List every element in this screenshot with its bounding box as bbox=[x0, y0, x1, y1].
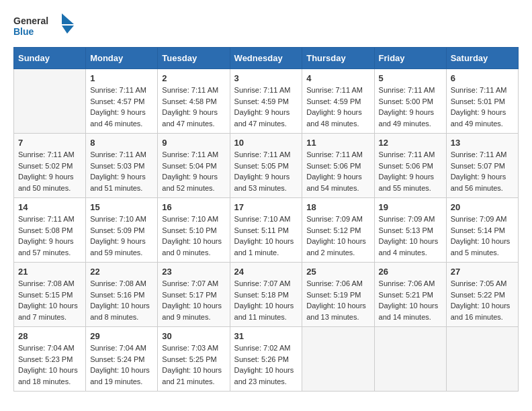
calendar-cell: 2Sunrise: 7:11 AM Sunset: 4:58 PM Daylig… bbox=[158, 69, 230, 134]
day-info: Sunrise: 7:11 AM Sunset: 5:00 PM Dayligh… bbox=[379, 85, 442, 129]
calendar-cell: 8Sunrise: 7:11 AM Sunset: 5:03 PM Daylig… bbox=[86, 134, 158, 198]
calendar-cell: 18Sunrise: 7:09 AM Sunset: 5:12 PM Dayli… bbox=[302, 198, 374, 263]
day-number: 30 bbox=[162, 331, 225, 341]
day-info: Sunrise: 7:11 AM Sunset: 5:08 PM Dayligh… bbox=[18, 214, 81, 258]
day-number: 10 bbox=[234, 138, 298, 148]
day-number: 21 bbox=[18, 267, 81, 277]
calendar-cell: 31Sunrise: 7:02 AM Sunset: 5:26 PM Dayli… bbox=[230, 327, 302, 392]
day-info: Sunrise: 7:11 AM Sunset: 5:01 PM Dayligh… bbox=[451, 85, 514, 129]
header-day-thursday: Thursday bbox=[302, 48, 374, 69]
calendar-cell: 17Sunrise: 7:10 AM Sunset: 5:11 PM Dayli… bbox=[230, 198, 302, 263]
week-row-2: 7Sunrise: 7:11 AM Sunset: 5:02 PM Daylig… bbox=[14, 134, 519, 198]
day-number: 4 bbox=[306, 73, 369, 83]
day-number: 23 bbox=[162, 267, 225, 277]
header-day-tuesday: Tuesday bbox=[158, 48, 230, 69]
svg-text:Blue: Blue bbox=[13, 26, 34, 37]
calendar-cell: 5Sunrise: 7:11 AM Sunset: 5:00 PM Daylig… bbox=[374, 69, 446, 134]
calendar-cell: 6Sunrise: 7:11 AM Sunset: 5:01 PM Daylig… bbox=[446, 69, 518, 134]
calendar-cell: 24Sunrise: 7:07 AM Sunset: 5:18 PM Dayli… bbox=[230, 263, 302, 327]
day-info: Sunrise: 7:11 AM Sunset: 5:04 PM Dayligh… bbox=[162, 149, 225, 193]
calendar-cell bbox=[302, 327, 374, 392]
calendar-table: SundayMondayTuesdayWednesdayThursdayFrid… bbox=[13, 47, 519, 392]
day-number: 1 bbox=[90, 73, 153, 83]
week-row-1: 1Sunrise: 7:11 AM Sunset: 4:57 PM Daylig… bbox=[14, 69, 519, 134]
day-info: Sunrise: 7:08 AM Sunset: 5:16 PM Dayligh… bbox=[90, 278, 153, 322]
day-info: Sunrise: 7:11 AM Sunset: 4:59 PM Dayligh… bbox=[306, 85, 369, 129]
day-number: 9 bbox=[162, 138, 225, 148]
header: GeneralBlue bbox=[13, 13, 519, 40]
header-day-wednesday: Wednesday bbox=[230, 48, 302, 69]
calendar-cell: 14Sunrise: 7:11 AM Sunset: 5:08 PM Dayli… bbox=[14, 198, 86, 263]
calendar-cell: 21Sunrise: 7:08 AM Sunset: 5:15 PM Dayli… bbox=[14, 263, 86, 327]
day-number: 22 bbox=[90, 267, 153, 277]
day-number: 16 bbox=[162, 202, 225, 212]
day-number: 25 bbox=[306, 267, 369, 277]
day-info: Sunrise: 7:11 AM Sunset: 4:58 PM Dayligh… bbox=[162, 85, 225, 129]
day-info: Sunrise: 7:10 AM Sunset: 5:11 PM Dayligh… bbox=[234, 214, 298, 258]
day-info: Sunrise: 7:11 AM Sunset: 5:06 PM Dayligh… bbox=[306, 149, 369, 193]
calendar-cell: 7Sunrise: 7:11 AM Sunset: 5:02 PM Daylig… bbox=[14, 134, 86, 198]
day-number: 28 bbox=[18, 331, 81, 341]
calendar-cell: 1Sunrise: 7:11 AM Sunset: 4:57 PM Daylig… bbox=[86, 69, 158, 134]
day-info: Sunrise: 7:11 AM Sunset: 4:59 PM Dayligh… bbox=[234, 85, 298, 129]
calendar-cell: 13Sunrise: 7:11 AM Sunset: 5:07 PM Dayli… bbox=[446, 134, 518, 198]
day-number: 24 bbox=[234, 267, 298, 277]
calendar-cell: 9Sunrise: 7:11 AM Sunset: 5:04 PM Daylig… bbox=[158, 134, 230, 198]
calendar-cell: 16Sunrise: 7:10 AM Sunset: 5:10 PM Dayli… bbox=[158, 198, 230, 263]
day-info: Sunrise: 7:09 AM Sunset: 5:14 PM Dayligh… bbox=[451, 214, 514, 258]
svg-marker-2 bbox=[62, 13, 74, 24]
day-info: Sunrise: 7:09 AM Sunset: 5:13 PM Dayligh… bbox=[379, 214, 442, 258]
calendar-cell bbox=[14, 69, 86, 134]
day-info: Sunrise: 7:04 AM Sunset: 5:23 PM Dayligh… bbox=[18, 342, 81, 387]
day-number: 31 bbox=[234, 331, 298, 341]
header-day-saturday: Saturday bbox=[446, 48, 518, 69]
calendar-cell: 22Sunrise: 7:08 AM Sunset: 5:16 PM Dayli… bbox=[86, 263, 158, 327]
calendar-cell: 11Sunrise: 7:11 AM Sunset: 5:06 PM Dayli… bbox=[302, 134, 374, 198]
day-number: 18 bbox=[306, 202, 369, 212]
calendar-cell: 28Sunrise: 7:04 AM Sunset: 5:23 PM Dayli… bbox=[14, 327, 86, 392]
day-info: Sunrise: 7:04 AM Sunset: 5:24 PM Dayligh… bbox=[90, 342, 153, 387]
day-info: Sunrise: 7:09 AM Sunset: 5:12 PM Dayligh… bbox=[306, 214, 369, 258]
week-row-5: 28Sunrise: 7:04 AM Sunset: 5:23 PM Dayli… bbox=[14, 327, 519, 392]
day-number: 20 bbox=[451, 202, 514, 212]
day-number: 26 bbox=[379, 267, 442, 277]
day-number: 2 bbox=[162, 73, 225, 83]
header-day-sunday: Sunday bbox=[14, 48, 86, 69]
day-info: Sunrise: 7:03 AM Sunset: 5:25 PM Dayligh… bbox=[162, 342, 225, 387]
day-info: Sunrise: 7:11 AM Sunset: 5:02 PM Dayligh… bbox=[18, 149, 81, 193]
svg-text:General: General bbox=[13, 15, 48, 26]
logo: GeneralBlue bbox=[13, 13, 74, 40]
calendar-cell: 15Sunrise: 7:10 AM Sunset: 5:09 PM Dayli… bbox=[86, 198, 158, 263]
day-number: 3 bbox=[234, 73, 298, 83]
day-number: 7 bbox=[18, 138, 81, 148]
day-info: Sunrise: 7:06 AM Sunset: 5:21 PM Dayligh… bbox=[379, 278, 442, 322]
day-info: Sunrise: 7:02 AM Sunset: 5:26 PM Dayligh… bbox=[234, 342, 298, 387]
day-number: 15 bbox=[90, 202, 153, 212]
day-number: 12 bbox=[379, 138, 442, 148]
week-row-4: 21Sunrise: 7:08 AM Sunset: 5:15 PM Dayli… bbox=[14, 263, 519, 327]
day-number: 13 bbox=[451, 138, 514, 148]
calendar-cell: 12Sunrise: 7:11 AM Sunset: 5:06 PM Dayli… bbox=[374, 134, 446, 198]
calendar-cell: 10Sunrise: 7:11 AM Sunset: 5:05 PM Dayli… bbox=[230, 134, 302, 198]
calendar-cell: 25Sunrise: 7:06 AM Sunset: 5:19 PM Dayli… bbox=[302, 263, 374, 327]
day-info: Sunrise: 7:10 AM Sunset: 5:09 PM Dayligh… bbox=[90, 214, 153, 258]
header-day-friday: Friday bbox=[374, 48, 446, 69]
calendar-cell: 29Sunrise: 7:04 AM Sunset: 5:24 PM Dayli… bbox=[86, 327, 158, 392]
day-info: Sunrise: 7:11 AM Sunset: 4:57 PM Dayligh… bbox=[90, 85, 153, 129]
header-day-monday: Monday bbox=[86, 48, 158, 69]
calendar-cell: 20Sunrise: 7:09 AM Sunset: 5:14 PM Dayli… bbox=[446, 198, 518, 263]
svg-marker-3 bbox=[62, 26, 74, 34]
day-info: Sunrise: 7:05 AM Sunset: 5:22 PM Dayligh… bbox=[451, 278, 514, 322]
calendar-cell: 4Sunrise: 7:11 AM Sunset: 4:59 PM Daylig… bbox=[302, 69, 374, 134]
day-number: 5 bbox=[379, 73, 442, 83]
day-info: Sunrise: 7:06 AM Sunset: 5:19 PM Dayligh… bbox=[306, 278, 369, 322]
calendar-cell: 26Sunrise: 7:06 AM Sunset: 5:21 PM Dayli… bbox=[374, 263, 446, 327]
calendar-cell bbox=[446, 327, 518, 392]
day-info: Sunrise: 7:11 AM Sunset: 5:03 PM Dayligh… bbox=[90, 149, 153, 193]
day-info: Sunrise: 7:11 AM Sunset: 5:06 PM Dayligh… bbox=[379, 149, 442, 193]
calendar-cell: 27Sunrise: 7:05 AM Sunset: 5:22 PM Dayli… bbox=[446, 263, 518, 327]
calendar-cell bbox=[374, 327, 446, 392]
day-number: 19 bbox=[379, 202, 442, 212]
day-info: Sunrise: 7:07 AM Sunset: 5:17 PM Dayligh… bbox=[162, 278, 225, 322]
header-row: SundayMondayTuesdayWednesdayThursdayFrid… bbox=[14, 48, 519, 69]
